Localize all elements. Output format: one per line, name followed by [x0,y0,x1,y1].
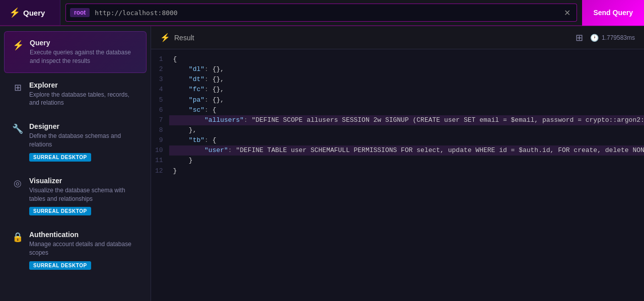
line-code: "tb": { [169,135,644,145]
table-row: 7 "allusers": "DEFINE SCOPE allusers SES… [151,115,644,125]
sidebar-item-visualizer[interactable]: ◎VisualizerVisualize the database schema… [4,170,147,223]
query-icon: ⚡ [13,40,24,51]
sidebar-designer-badge[interactable]: SURREAL DESKTOP [29,153,91,162]
line-number: 12 [151,166,169,176]
sidebar-item-query[interactable]: ⚡QueryExecute queries against the databa… [4,31,147,73]
connection-badge: root [70,8,90,17]
app-logo[interactable]: ⚡ Query [0,0,60,25]
line-number: 7 [151,115,169,125]
sidebar: ⚡QueryExecute queries against the databa… [0,26,151,301]
table-row: 4 "fc": {}, [151,85,644,95]
sidebar-explorer-desc: Explore the database tables, records, an… [29,91,138,108]
line-number: 6 [151,105,169,115]
grid-view-icon[interactable]: ⊞ [576,32,583,43]
url-clear-button[interactable]: ✕ [562,8,573,18]
designer-icon: 🔧 [12,123,23,134]
sidebar-item-designer[interactable]: 🔧DesignerDefine the database schemas and… [4,115,147,169]
topbar: ⚡ Query root http://localhost:8000 ✕ Sen… [0,0,644,26]
sidebar-explorer-title: Explorer [29,81,138,89]
url-bar: root http://localhost:8000 ✕ [65,4,577,22]
clock-icon: 🕐 [590,34,599,42]
table-row: 1{ [151,54,644,64]
sidebar-item-authentication[interactable]: 🔒AuthenticationManage account details an… [4,223,147,277]
line-code: "fc": {}, [169,85,644,95]
main-layout: ⚡QueryExecute queries against the databa… [0,26,644,301]
result-actions: ⊞ 🕐 1.779583ms [576,32,635,43]
sidebar-visualizer-title: Visualizer [29,177,138,185]
lightning-icon: ⚡ [9,7,20,18]
line-number: 3 [151,74,169,85]
line-code: "dl": {}, [169,64,644,74]
app-name: Query [23,9,45,17]
explorer-icon: ⊞ [12,82,23,93]
result-title-label: Result [174,34,194,42]
authentication-icon: 🔒 [12,232,23,243]
sidebar-query-desc: Execute queries against the database and… [30,48,138,65]
table-row: 12} [151,166,644,176]
table-row: 8 }, [151,125,644,135]
sidebar-item-explorer[interactable]: ⊞ExplorerExplore the database tables, re… [4,74,147,115]
line-number: 5 [151,95,169,105]
table-row: 6 "sc": { [151,105,644,115]
sidebar-visualizer-desc: Visualize the database schema with table… [29,186,138,203]
line-number: 4 [151,85,169,95]
result-title-group: ⚡ Result [160,33,194,42]
result-lightning-icon: ⚡ [160,33,170,42]
line-code: }, [169,125,644,135]
code-panel: 1{2 "dl": {},3 "dt": {},4 "fc": {},5 "pa… [151,49,644,301]
timer-display: 🕐 1.779583ms [590,34,635,42]
line-code: } [169,166,644,176]
line-number: 10 [151,145,169,156]
line-code: "user": "DEFINE TABLE user SCHEMAFULL PE… [169,145,644,156]
line-number: 9 [151,135,169,145]
line-number: 1 [151,54,169,64]
table-row: 3 "dt": {}, [151,74,644,85]
line-code: "dt": {}, [169,74,644,85]
sidebar-designer-desc: Define the database schemas and relation… [29,132,138,149]
url-display: http://localhost:8000 [95,9,562,17]
timer-value: 1.779583ms [602,34,635,41]
sidebar-query-title: Query [30,39,138,47]
sidebar-authentication-title: Authentication [29,231,138,239]
line-number: 8 [151,125,169,135]
content-area: ⚡ Result ⊞ 🕐 1.779583ms 1{2 "dl": {},3 "… [151,26,644,301]
line-code: "pa": {}, [169,95,644,105]
line-code: "sc": { [169,105,644,115]
send-query-button[interactable]: Send Query [582,0,644,26]
sidebar-visualizer-badge[interactable]: SURREAL DESKTOP [29,207,91,215]
line-code: } [169,156,644,166]
line-code: { [169,54,644,64]
table-row: 2 "dl": {}, [151,64,644,74]
visualizer-icon: ◎ [12,178,23,189]
result-code-table: 1{2 "dl": {},3 "dt": {},4 "fc": {},5 "pa… [151,54,644,176]
line-number: 2 [151,64,169,74]
sidebar-designer-title: Designer [29,122,138,130]
sidebar-authentication-desc: Manage account details and database scop… [29,240,138,257]
table-row: 11 } [151,156,644,166]
table-row: 9 "tb": { [151,135,644,145]
table-row: 10 "user": "DEFINE TABLE user SCHEMAFULL… [151,145,644,156]
table-row: 5 "pa": {}, [151,95,644,105]
result-header: ⚡ Result ⊞ 🕐 1.779583ms [151,26,644,49]
line-number: 11 [151,156,169,166]
sidebar-authentication-badge[interactable]: SURREAL DESKTOP [29,261,91,270]
line-code: "allusers": "DEFINE SCOPE allusers SESSI… [169,115,644,125]
